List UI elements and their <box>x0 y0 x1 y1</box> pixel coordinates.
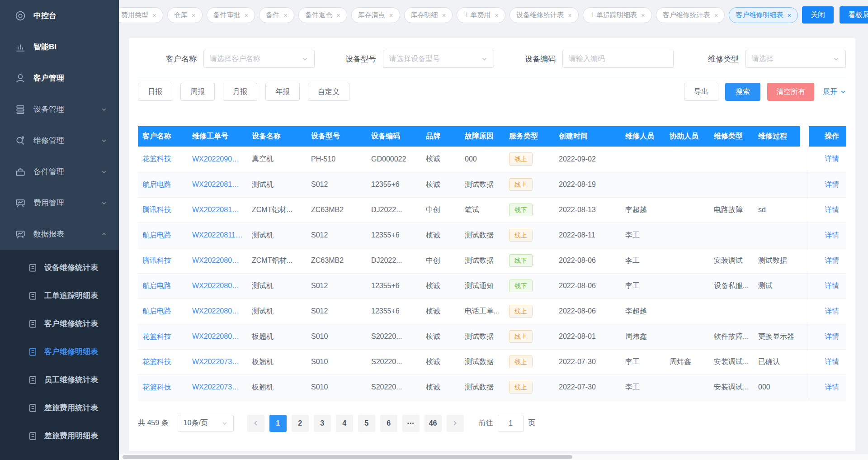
close-icon[interactable]: × <box>336 12 340 19</box>
tab-stock-detail[interactable]: 库存明细× <box>404 7 453 23</box>
close-icon[interactable]: × <box>641 12 645 19</box>
sidebar-item-travel-expense-detail[interactable]: 差旅费用明细表 <box>0 422 119 450</box>
detail-link[interactable]: 详情 <box>825 383 839 391</box>
tab-workorder-fee[interactable]: 工单费用× <box>457 7 505 23</box>
tab-customer-repair-detail[interactable]: 客户维修明细表× <box>729 7 798 23</box>
tab-expense-type[interactable]: 费用类型× <box>119 7 163 23</box>
close-all-button[interactable]: 关闭 <box>802 6 834 24</box>
page-button-5[interactable]: 5 <box>358 415 375 432</box>
cell-order[interactable]: WX202207300002 <box>188 349 247 375</box>
sidebar-item-devices[interactable]: 设备管理 <box>0 94 119 125</box>
close-icon[interactable]: × <box>568 12 572 19</box>
sidebar-item-repairs[interactable]: 维修管理 <box>0 125 119 156</box>
cell-order[interactable]: WX202208010001 <box>188 324 247 349</box>
page-button-6[interactable]: 6 <box>380 415 397 432</box>
sidebar-item-spare-parts[interactable]: 备件管理 <box>0 156 119 187</box>
search-button[interactable]: 搜索 <box>725 83 760 101</box>
next-page-button[interactable] <box>447 415 464 432</box>
detail-link[interactable]: 详情 <box>825 155 839 162</box>
repair-type-select[interactable]: 请选择 <box>745 50 846 68</box>
page-button-2[interactable]: 2 <box>292 415 309 432</box>
expand-toggle[interactable]: 展开 <box>823 87 846 97</box>
tab-device-repair-stats[interactable]: 设备维修统计表× <box>509 7 579 23</box>
tab-warehouse[interactable]: 仓库× <box>167 7 203 23</box>
sidebar-item-employee-repair-stats[interactable]: 员工维修统计表 <box>0 365 119 394</box>
cell-customer[interactable]: 花篮科技 <box>138 324 188 349</box>
tab-customer-repair-stats[interactable]: 客户维修统计表× <box>656 7 725 23</box>
tab-spare[interactable]: 备件× <box>259 7 294 23</box>
cell-customer[interactable]: 花篮科技 <box>138 147 188 172</box>
page-button-4[interactable]: 4 <box>336 415 353 432</box>
sidebar-item-travel-expense-stats[interactable]: 差旅费用统计表 <box>0 394 119 422</box>
cell-customer[interactable]: 腾讯科技 <box>138 197 188 223</box>
sidebar-item-console[interactable]: 中控台 <box>0 0 119 31</box>
cell-brand: 桢诚 <box>421 324 460 349</box>
page-button-46[interactable]: 46 <box>425 415 442 432</box>
close-icon[interactable]: × <box>787 12 791 19</box>
sidebar-item-customers[interactable]: 客户管理 <box>0 62 119 94</box>
custom-report-button[interactable]: 自定义 <box>308 83 349 101</box>
horizontal-scrollbar[interactable] <box>119 454 868 460</box>
tab-workorder-trace-detail[interactable]: 工单追踪明细表× <box>583 7 652 23</box>
close-icon[interactable]: × <box>442 12 446 19</box>
cell-order[interactable]: WX202209020001 <box>188 147 247 172</box>
detail-link[interactable]: 详情 <box>825 256 839 264</box>
board-display-button[interactable]: 看板展示 <box>840 6 868 24</box>
device-model-select[interactable]: 请选择设备型号 <box>383 50 494 68</box>
cell-order[interactable]: WX202207300001 <box>188 375 247 400</box>
detail-link[interactable]: 详情 <box>825 180 839 188</box>
cell-customer[interactable]: 航启电路 <box>138 273 188 299</box>
cell-order[interactable]: WX202208060003 <box>188 248 247 273</box>
sidebar-item-customer-repair-detail[interactable]: 客户维修明细表 <box>0 337 119 365</box>
tab-spare-approval[interactable]: 备件审批× <box>207 7 255 23</box>
sidebar-item-expenses[interactable]: 费用管理 <box>0 187 119 218</box>
detail-link[interactable]: 详情 <box>825 231 839 239</box>
detail-link[interactable]: 详情 <box>825 307 839 315</box>
device-code-input[interactable]: 请输入编码 <box>562 50 674 68</box>
sidebar-item-customer-repair-stats[interactable]: 客户维修统计表 <box>0 309 119 337</box>
close-icon[interactable]: × <box>283 12 288 19</box>
cell-customer[interactable]: 花篮科技 <box>138 349 188 375</box>
close-icon[interactable]: × <box>192 12 196 19</box>
cell-order[interactable]: WX202208130001 <box>188 197 247 223</box>
cell-repairer: 李超越 <box>621 197 665 223</box>
weekly-report-button[interactable]: 周报 <box>180 83 215 101</box>
close-icon[interactable]: × <box>389 12 393 19</box>
close-icon[interactable]: × <box>152 12 156 19</box>
cell-order[interactable]: WX202208110001 <box>188 223 247 248</box>
cell-customer[interactable]: 航启电路 <box>138 223 188 248</box>
scrollbar-thumb[interactable] <box>123 455 572 459</box>
sidebar-item-workorder-trace[interactable]: 工单追踪明细表 <box>0 281 119 309</box>
close-icon[interactable]: × <box>714 12 718 19</box>
close-icon[interactable]: × <box>495 12 499 19</box>
detail-link[interactable]: 详情 <box>825 282 839 289</box>
cell-customer[interactable]: 航启电路 <box>138 172 188 197</box>
prev-page-button[interactable] <box>247 415 264 432</box>
cell-order[interactable]: WX202208060002 <box>188 273 247 299</box>
customer-name-select[interactable]: 请选择客户名称 <box>203 50 315 68</box>
detail-link[interactable]: 详情 <box>825 332 839 340</box>
yearly-report-button[interactable]: 年报 <box>265 83 300 101</box>
page-button-1[interactable]: 1 <box>269 415 287 432</box>
cell-order[interactable]: WX202208060001 <box>188 299 247 324</box>
tab-spare-return[interactable]: 备件返仓× <box>298 7 347 23</box>
tab-stock-count[interactable]: 库存清点× <box>351 7 400 23</box>
sidebar-item-device-repair-stats[interactable]: 设备维修统计表 <box>0 253 119 281</box>
cell-customer[interactable]: 航启电路 <box>138 299 188 324</box>
sidebar-item-reports[interactable]: 数据报表 <box>0 218 119 250</box>
detail-link[interactable]: 详情 <box>825 358 839 365</box>
goto-page-input[interactable] <box>498 415 524 432</box>
page-size-select[interactable]: 10条/页 <box>178 415 234 432</box>
more-pages-button[interactable]: ··· <box>402 415 420 432</box>
sidebar-item-bi[interactable]: 智能BI <box>0 31 119 62</box>
daily-report-button[interactable]: 日报 <box>138 83 172 101</box>
cell-customer[interactable]: 花篮科技 <box>138 375 188 400</box>
cell-customer[interactable]: 腾讯科技 <box>138 248 188 273</box>
detail-link[interactable]: 详情 <box>825 206 839 213</box>
monthly-report-button[interactable]: 月报 <box>223 83 257 101</box>
cell-order[interactable]: WX202208190001 <box>188 172 247 197</box>
page-button-3[interactable]: 3 <box>314 415 331 432</box>
export-button[interactable]: 导出 <box>684 83 718 101</box>
close-icon[interactable]: × <box>245 12 249 19</box>
clear-all-button[interactable]: 清空所有 <box>767 83 814 101</box>
